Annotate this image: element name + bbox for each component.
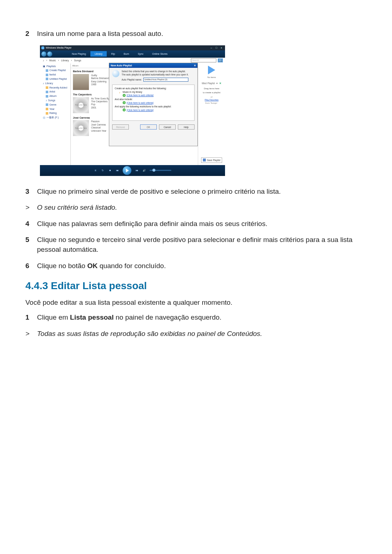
step-4: 4 Clique nas palavras sem definição para…: [25, 219, 367, 229]
result-b1: > Todas as suas listas de reprodução são…: [25, 329, 367, 339]
add-criteria-link[interactable]: [Click here to add criteria]: [127, 101, 154, 104]
step-text: Clique em Lista pessoal no painel de nav…: [37, 313, 367, 323]
add-criteria-link[interactable]: [Click here to add criteria]: [127, 94, 154, 97]
forward-button[interactable]: [47, 52, 52, 57]
step-2: 2 Insira um nome para a lista pessoal au…: [25, 29, 367, 39]
search-input[interactable]: Search: [191, 58, 216, 62]
help-button[interactable]: Help: [178, 124, 195, 130]
cancel-button[interactable]: Cancel: [159, 124, 176, 130]
close-button[interactable]: x: [219, 46, 224, 50]
add-criteria-link[interactable]: [Click here to add criteria]: [127, 108, 154, 112]
step-number: 4: [25, 219, 37, 229]
tab-rip[interactable]: Rip: [107, 51, 119, 57]
breadcrumb: ♪ › Music › Library › Songs: [42, 59, 82, 62]
result-text: O seu critério será listado.: [37, 203, 367, 213]
step-number: 1: [25, 313, 37, 323]
playlist-dropdown[interactable]: titled Playlist: [202, 82, 215, 85]
search-button[interactable]: 🔍: [218, 58, 223, 62]
intro-text: Você pode editar a sua lista pessoal exi…: [25, 298, 367, 308]
tree-rating[interactable]: Rating: [49, 111, 57, 115]
back-button[interactable]: [41, 52, 46, 57]
tab-now-playing[interactable]: Now Playing: [68, 51, 90, 57]
plus-icon[interactable]: +: [123, 101, 126, 104]
prev-button[interactable]: ⏮: [115, 169, 119, 172]
crumb-songs[interactable]: Songs: [74, 59, 81, 62]
next-button[interactable]: ⏭: [135, 169, 139, 172]
album-art[interactable]: Paste Art Here: [73, 120, 89, 136]
plus-icon[interactable]: +: [123, 94, 126, 97]
tab-burn[interactable]: Burn: [119, 51, 134, 57]
volume-slider[interactable]: [150, 170, 171, 171]
maximize-button[interactable]: □: [214, 46, 219, 50]
mute-button[interactable]: 🔊: [142, 169, 146, 172]
no-items-label: No items: [207, 76, 216, 79]
name-label: Auto Playlist name:: [122, 78, 142, 81]
save-playlist-button[interactable]: Save Playlist: [201, 157, 222, 163]
tab-library[interactable]: Library: [90, 51, 107, 57]
player-controls: ⤭ ↻ ■ ⏮ ⏭ 🔊: [40, 165, 225, 176]
nav-row: Now Playing Library Rip Burn Sync Online…: [40, 50, 225, 58]
crumb-music[interactable]: Music: [49, 59, 56, 62]
drag-hint: Drag items here: [204, 87, 220, 90]
tree-songs[interactable]: Songs: [48, 99, 56, 102]
dialog-close-icon[interactable]: ✕: [194, 64, 196, 67]
step-text: Clique no segundo e terceiro sinal verde…: [37, 235, 367, 254]
step-number: 5: [25, 235, 37, 254]
drag-hint-2: to create a playlist: [203, 91, 220, 94]
step-text: Insira um nome para a lista pessoal auto…: [37, 29, 367, 39]
album-art[interactable]: [73, 74, 89, 90]
step-text: Clique no primeiro sinal verde de positi…: [37, 187, 367, 197]
nav-tree: ▣Playlists Create Playlist favlist Untit…: [40, 63, 71, 165]
play-button[interactable]: [123, 166, 131, 175]
tree-cjk-drive[interactable]: 一整夜 (F:): [46, 116, 59, 119]
shuffle-button[interactable]: ⤭: [94, 169, 97, 172]
titlebar: Windows Media Player – □ x: [40, 45, 225, 50]
remove-button[interactable]: Remove: [112, 124, 129, 130]
from-label: from 'Songs'.: [205, 102, 218, 104]
playlist-icon: [112, 70, 119, 77]
play-icon[interactable]: [208, 66, 215, 74]
section-heading: 4.4.3 Editar Lista pessoal: [25, 279, 367, 293]
tree-recent[interactable]: Recently Added: [49, 86, 67, 90]
tree-genre[interactable]: Genre: [49, 103, 56, 107]
tab-online-stores[interactable]: Online Stores: [148, 51, 172, 57]
stop-button[interactable]: ■: [108, 169, 112, 172]
ok-button[interactable]: OK: [140, 124, 157, 130]
step-number: 2: [25, 29, 37, 39]
tree-create-playlist[interactable]: Create Playlist: [49, 69, 66, 72]
repeat-button[interactable]: ↻: [101, 169, 105, 172]
playlist-name-input[interactable]: Untitled Auto Playlist (2): [143, 78, 189, 82]
window-title: Windows Media Player: [46, 46, 72, 50]
tree-album[interactable]: Album: [49, 94, 57, 98]
criteria-box: Create an auto playlist that includes th…: [112, 85, 195, 121]
crumb-library[interactable]: Library: [61, 59, 69, 62]
tree-favlist[interactable]: favlist: [49, 73, 56, 77]
plus-icon[interactable]: +: [123, 108, 126, 111]
music-icon: ♪: [119, 91, 122, 93]
tree-artist[interactable]: Artist: [49, 90, 55, 94]
tab-sync[interactable]: Sync: [134, 51, 148, 57]
step-b1: 1 Clique em Lista pessoal no painel de n…: [25, 313, 367, 323]
tree-library[interactable]: Library: [45, 82, 53, 85]
window-controls: – □ x: [209, 46, 224, 50]
result-marker: >: [25, 329, 37, 339]
step-6: 6 Clique no botão OK quando for concluíd…: [25, 261, 367, 271]
album-art[interactable]: Paste Art Here: [73, 97, 89, 113]
wmp-icon: [41, 46, 44, 49]
tree-untitled[interactable]: Untitled Playlist: [49, 77, 67, 81]
play-favorites-link[interactable]: Play Favorites: [205, 98, 219, 101]
dialog-title: New Auto Playlist: [111, 64, 132, 67]
tree-year[interactable]: Year: [49, 107, 54, 111]
tree-playlists[interactable]: Playlists: [46, 65, 56, 68]
result-3: > O seu critério será listado.: [25, 203, 367, 213]
step-number: 6: [25, 261, 37, 271]
step-text: Clique nas palavras sem definição para d…: [37, 219, 367, 229]
wmp-screenshot: Windows Media Player – □ x Now Playing L…: [40, 45, 225, 176]
step-number: 3: [25, 187, 37, 197]
result-marker: >: [25, 203, 37, 213]
step-5: 5 Clique no segundo e terceiro sinal ver…: [25, 235, 367, 254]
content-column: Album Title Length Rating Contribu... Ba…: [71, 63, 198, 165]
minimize-button[interactable]: –: [209, 46, 213, 50]
step-text: Clique no botão OK quando for concluído.: [37, 261, 367, 271]
clear-icon[interactable]: ✕: [219, 82, 221, 85]
